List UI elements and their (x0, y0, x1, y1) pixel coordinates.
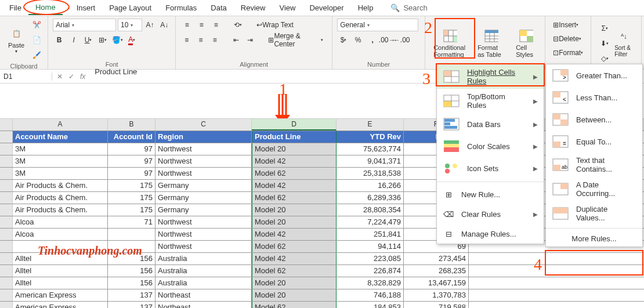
grow-font-button[interactable]: A↑ (144, 19, 157, 31)
cell[interactable]: 28,808,354 (337, 204, 404, 216)
sort-filter-button[interactable]: ᴬ↓ Sort & Filter (611, 27, 636, 60)
delete-cells-button[interactable]: ⊟ Delete ▾ (550, 32, 584, 45)
currency-button[interactable]: $▾ (337, 34, 350, 46)
mi-date-occurring[interactable]: A Date Occurring... (546, 177, 642, 201)
cell[interactable]: Northwest (155, 155, 252, 167)
cell[interactable]: 137 (108, 289, 155, 301)
cell[interactable]: Germany (155, 204, 252, 216)
cell[interactable]: Northwest (155, 168, 252, 179)
comma-button[interactable]: , (366, 34, 379, 46)
mi-top-bottom-rules[interactable]: Top/Bottom Rules ▶ (437, 89, 544, 113)
cell[interactable]: 97 (108, 143, 155, 155)
cell[interactable]: American Express (13, 302, 108, 308)
mi-more-rules[interactable]: More Rules... (546, 231, 642, 247)
mi-new-rule[interactable]: ⊞ New Rule... (437, 184, 544, 204)
cell[interactable]: Alcoa (13, 216, 108, 228)
cell[interactable]: 719,588 (404, 302, 469, 308)
underline-button[interactable]: U▾ (82, 34, 95, 46)
cell[interactable]: Model 62 (252, 302, 337, 308)
mi-equal-to[interactable]: = Equal To... (546, 131, 642, 153)
hdr-account-name[interactable]: Account Name (13, 131, 108, 143)
align-top-button[interactable]: ≡ (180, 19, 193, 31)
hdr-product-line[interactable]: Product Line (252, 131, 337, 143)
cell[interactable]: Air Products & Chem. (13, 192, 108, 204)
cell[interactable]: Germany (155, 192, 252, 204)
cell[interactable]: 7,224,479 (337, 216, 404, 228)
cell[interactable]: Model 62 (252, 241, 337, 252)
cell[interactable]: Model 62 (252, 192, 337, 204)
cell[interactable]: Northwest (155, 216, 252, 228)
name-box[interactable]: D1 (0, 73, 52, 81)
row-header[interactable] (0, 204, 13, 216)
mi-clear-rules[interactable]: ⌫ Clear Rules ▶ (437, 204, 544, 224)
cell[interactable]: 175 (108, 192, 155, 204)
cell[interactable]: 268,235 (404, 265, 469, 277)
align-bottom-button[interactable]: ≡ (209, 19, 222, 31)
number-format-combo[interactable]: General▾ (337, 19, 418, 31)
tab-view[interactable]: View (272, 1, 302, 15)
cell[interactable]: 1,370,783 (404, 289, 469, 301)
row-header[interactable] (0, 192, 13, 204)
cell[interactable]: Northwest (155, 241, 252, 252)
format-painter-button[interactable]: 🖌️ (30, 49, 43, 61)
cell[interactable]: Alltel (13, 265, 108, 277)
tab-page-layout[interactable]: Page Layout (102, 1, 158, 15)
cell[interactable]: American Express (13, 289, 108, 301)
col-header-c[interactable]: C (155, 119, 252, 131)
align-right-button[interactable]: ≡ (209, 34, 221, 46)
row-header[interactable] (0, 155, 13, 167)
cell[interactable]: 226,874 (337, 265, 404, 277)
cell[interactable]: 25,318,538 (337, 168, 404, 179)
col-header-e[interactable]: E (337, 119, 404, 131)
row-header[interactable] (0, 253, 13, 264)
tab-formulas[interactable]: Formulas (158, 1, 204, 15)
decrease-indent-button[interactable]: ⇤ (230, 34, 242, 46)
cell[interactable]: 6,289,336 (337, 192, 404, 204)
font-name-combo[interactable]: Arial▾ (53, 19, 116, 31)
hdr-region[interactable]: Region (155, 131, 252, 143)
mi-manage-rules[interactable]: ⊟ Manage Rules... (437, 224, 544, 244)
cell[interactable]: 156 (108, 277, 155, 289)
mi-highlight-cells-rules[interactable]: Highlight Cells Rules ▶ (437, 64, 544, 89)
conditional-formatting-button[interactable]: Conditional Formatting (430, 27, 471, 60)
format-as-table-button[interactable]: Format as Table (474, 27, 509, 60)
cell[interactable]: Model 42 (252, 229, 337, 240)
borders-button[interactable]: ⊞▾ (96, 34, 109, 46)
cell[interactable]: 13,467,159 (404, 277, 469, 289)
tab-help[interactable]: Help (351, 1, 381, 15)
row-header[interactable] (0, 143, 13, 155)
autosum-button[interactable]: Σ▾ (598, 22, 611, 35)
row-header[interactable] (0, 289, 13, 301)
align-center-button[interactable]: ≡ (194, 34, 207, 46)
cell[interactable]: Model 20 (252, 204, 337, 216)
tab-data[interactable]: Data (204, 1, 233, 15)
cell[interactable]: 9,041,371 (337, 155, 404, 167)
orientation-button[interactable]: ⟲▾ (231, 19, 244, 31)
tab-file[interactable]: File (2, 1, 28, 15)
wrap-text-button[interactable]: ↩ Wrap Text (252, 19, 298, 31)
cell[interactable]: Model 42 (252, 253, 337, 264)
cell[interactable]: 175 (108, 180, 155, 191)
shrink-font-button[interactable]: A↓ (158, 19, 171, 31)
mi-between[interactable]: Between... (546, 108, 642, 131)
cut-button[interactable]: ✂️ (30, 19, 43, 31)
cell[interactable]: 223,085 (337, 253, 404, 264)
mi-color-scales[interactable]: Color Scales ▶ (437, 135, 544, 157)
cell[interactable]: Model 20 (252, 277, 337, 289)
mi-data-bars[interactable]: Data Bars ▶ (437, 113, 544, 135)
col-header-a[interactable]: A (13, 119, 108, 131)
cell[interactable]: Northeast (155, 302, 252, 308)
row-header[interactable] (0, 180, 13, 191)
font-size-combo[interactable]: 10▾ (118, 19, 142, 31)
col-header-b[interactable]: B (108, 119, 155, 131)
cell[interactable]: Model 42 (252, 155, 337, 167)
cell[interactable]: Northeast (155, 289, 252, 301)
align-left-button[interactable]: ≡ (180, 34, 193, 46)
cell[interactable]: Australia (155, 265, 252, 277)
bold-button[interactable]: B (53, 34, 66, 46)
row-header[interactable] (0, 229, 13, 240)
mi-text-contains[interactable]: ab Text that Contains... (546, 153, 642, 177)
format-cells-button[interactable]: ⊡ Format ▾ (550, 46, 586, 59)
hdr-account-id[interactable]: Account Id (108, 131, 155, 143)
tab-review[interactable]: Review (234, 1, 273, 15)
